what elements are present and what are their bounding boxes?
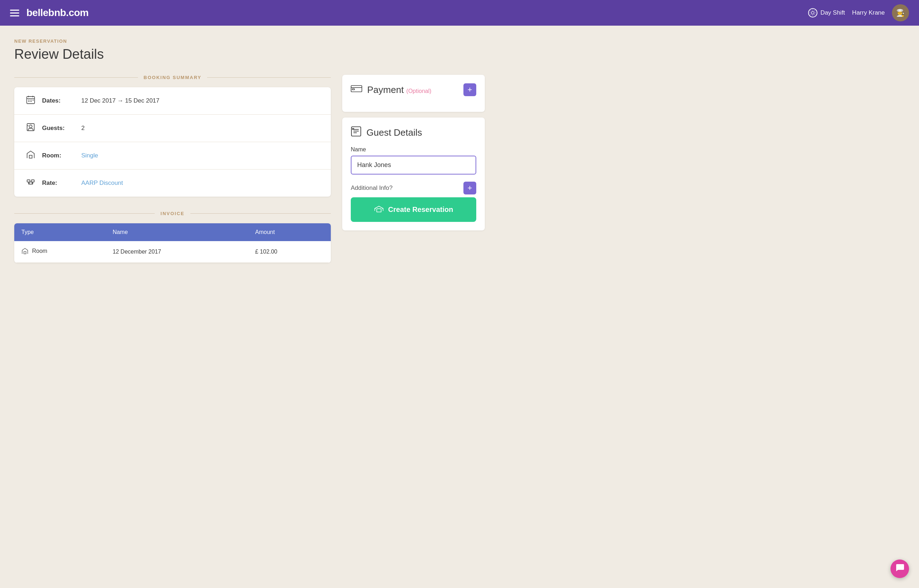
svg-point-0 [812, 11, 815, 14]
header-right: Day Shift Harry Krane 👨‍🍳 [808, 4, 909, 21]
guest-details-header: Guest Details [351, 126, 476, 139]
svg-rect-21 [29, 155, 32, 158]
col-amount: Amount [248, 223, 331, 241]
invoice-amount-0: £ 102.00 [248, 241, 331, 263]
booking-row-dates: Dates: 12 Dec 2017 → 15 Dec 2017 [14, 87, 331, 115]
invoice-divider: INVOICE [14, 211, 331, 216]
booking-row-rate: Rate: AARP Discount [14, 170, 331, 197]
name-input[interactable] [351, 156, 476, 174]
chat-icon [895, 563, 904, 575]
payment-icon [351, 84, 362, 95]
invoice-name-0: 12 December 2017 [105, 241, 248, 263]
avatar: 👨‍🍳 [892, 4, 909, 21]
left-column: BOOKING SUMMARY [14, 75, 331, 263]
additional-info-row: Additional Info? + [351, 182, 476, 194]
room-value[interactable]: Single [81, 152, 98, 159]
dates-label: Dates: [42, 97, 81, 104]
booking-row-guests: Guests: 2 [14, 115, 331, 142]
hamburger-menu[interactable] [10, 10, 19, 16]
svg-line-8 [815, 11, 815, 11]
svg-line-3 [811, 11, 811, 11]
svg-rect-38 [377, 209, 381, 212]
col-type: Type [14, 223, 105, 241]
shift-icon [808, 8, 817, 18]
guests-label: Guests: [42, 124, 81, 132]
svg-rect-23 [31, 180, 34, 182]
payment-title: Payment (Optional) [367, 84, 431, 95]
invoice-label: INVOICE [160, 211, 184, 216]
type-text-0: Room [32, 248, 47, 254]
invoice-table: Type Name Amount Roo [14, 223, 331, 263]
payment-card-header: Payment (Optional) + [351, 83, 476, 96]
booking-summary-card: Dates: 12 Dec 2017 → 15 Dec 2017 Guests: [14, 87, 331, 197]
create-reservation-icon [374, 205, 384, 214]
dates-value: 12 Dec 2017 → 15 Dec 2017 [81, 97, 159, 104]
svg-rect-22 [27, 180, 30, 182]
guests-icon [24, 123, 37, 134]
main-content: NEW RESERVATION Review Details BOOKING S… [0, 26, 499, 276]
shift-indicator: Day Shift [808, 8, 845, 18]
svg-rect-32 [352, 89, 354, 90]
name-label: Name [351, 146, 476, 153]
svg-rect-37 [353, 129, 354, 130]
room-label: Room: [42, 152, 81, 159]
chat-bubble[interactable] [890, 559, 909, 578]
svg-rect-24 [29, 182, 32, 184]
shift-label: Day Shift [820, 9, 845, 16]
header: bellebnb.com Day Shift Harry Krane [0, 0, 919, 26]
svg-rect-29 [24, 252, 26, 254]
user-name: Harry Krane [852, 9, 885, 16]
right-column: Payment (Optional) + [342, 75, 485, 236]
breadcrumb: NEW RESERVATION [14, 39, 485, 44]
svg-line-7 [811, 15, 811, 15]
room-icon [24, 150, 37, 162]
guest-title-row: Guest Details [351, 126, 422, 139]
svg-point-19 [29, 125, 32, 128]
guest-details-card: Guest Details Name Additional Info? + [342, 118, 485, 231]
header-left: bellebnb.com [10, 7, 88, 19]
col-name: Name [105, 223, 248, 241]
calendar-icon [24, 95, 37, 107]
payment-card: Payment (Optional) + [342, 75, 485, 112]
page-title: Review Details [14, 47, 485, 62]
invoice-row-0: Room 12 December 2017 £ 102.00 [14, 241, 331, 263]
booking-row-room: Room: Single [14, 142, 331, 170]
booking-summary-divider: BOOKING SUMMARY [14, 75, 331, 80]
guest-details-icon [351, 126, 361, 139]
booking-summary-label: BOOKING SUMMARY [144, 75, 201, 80]
additional-info-label: Additional Info? [351, 184, 392, 192]
rate-label: Rate: [42, 179, 81, 187]
payment-optional: (Optional) [406, 88, 431, 94]
guest-details-title: Guest Details [366, 127, 422, 138]
create-reservation-button[interactable]: Create Reservation [351, 197, 476, 222]
create-reservation-label: Create Reservation [388, 205, 453, 214]
content-layout: BOOKING SUMMARY [14, 75, 485, 263]
rate-value[interactable]: AARP Discount [81, 179, 123, 187]
payment-title-row: Payment (Optional) [351, 84, 431, 95]
invoice-type-0: Room [14, 241, 105, 263]
svg-line-4 [815, 15, 815, 15]
logo: bellebnb.com [26, 7, 88, 19]
payment-plus-button[interactable]: + [464, 83, 476, 96]
guests-value: 2 [81, 124, 84, 132]
additional-info-plus-button[interactable]: + [464, 182, 476, 194]
rate-icon [24, 178, 37, 189]
